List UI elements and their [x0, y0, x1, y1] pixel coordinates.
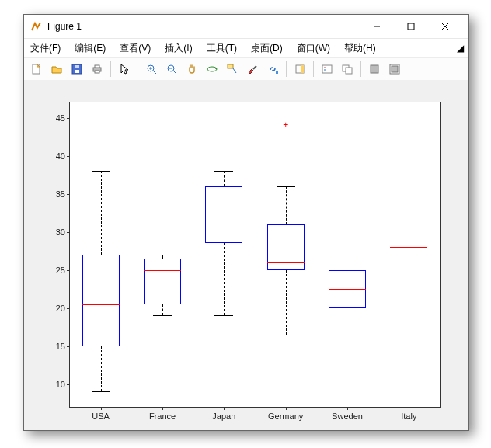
insert-colorbar-icon[interactable]: [291, 60, 309, 78]
menu-insert[interactable]: 插入(I): [163, 40, 193, 57]
toolbar-separator: [313, 61, 314, 77]
svg-rect-10: [95, 71, 99, 73]
menu-desktop[interactable]: 桌面(D): [249, 40, 284, 57]
rotate-3d-icon[interactable]: [203, 60, 221, 78]
svg-rect-1: [408, 23, 414, 30]
toolbar-separator: [110, 61, 111, 77]
pointer-icon[interactable]: [115, 60, 134, 78]
menu-view[interactable]: 查看(V): [118, 40, 152, 57]
close-button[interactable]: [428, 16, 462, 37]
menu-tools[interactable]: 工具(T): [205, 40, 239, 57]
box: [82, 255, 120, 346]
svg-line-2: [442, 23, 448, 30]
svg-rect-29: [346, 68, 352, 74]
svg-rect-25: [322, 65, 332, 73]
svg-rect-30: [371, 65, 378, 73]
brush-icon[interactable]: [243, 60, 262, 78]
svg-line-3: [442, 23, 448, 30]
whisker: [101, 346, 102, 392]
menu-edit[interactable]: 编辑(E): [73, 40, 107, 57]
whisker-cap: [214, 171, 233, 172]
whisker: [224, 243, 225, 315]
median-line: [267, 262, 305, 263]
whisker-cap: [214, 315, 233, 316]
whisker-cap: [153, 255, 172, 255]
menu-window[interactable]: 窗口(W): [295, 40, 332, 57]
data-cursor-icon[interactable]: [223, 60, 242, 78]
open-file-icon[interactable]: [47, 60, 66, 78]
median-line: [82, 304, 120, 305]
dock-menu-icon[interactable]: ◢: [457, 43, 464, 54]
svg-rect-19: [228, 64, 233, 68]
median-line: [205, 217, 242, 217]
figure-canvas[interactable]: 1015202530354045USAFranceJapanGermany+Sw…: [24, 80, 468, 430]
menu-file[interactable]: 文件(F): [29, 40, 62, 57]
whisker-cap: [153, 315, 172, 316]
toolbar: [24, 58, 468, 81]
new-axes-icon[interactable]: [338, 60, 357, 78]
svg-rect-7: [75, 65, 79, 68]
figure-window: Figure 1 文件(F) 编辑(E) 查看(V) 插入(I) 工具(T) 桌…: [23, 14, 469, 431]
show-plot-tools-icon[interactable]: [385, 60, 404, 78]
minimize-button[interactable]: [360, 16, 394, 37]
toolbar-separator: [138, 61, 138, 77]
svg-rect-9: [95, 65, 99, 68]
median-line: [329, 289, 366, 290]
hide-plot-tools-icon[interactable]: [365, 60, 384, 78]
link-plot-icon[interactable]: [263, 60, 282, 78]
svg-line-16: [173, 71, 176, 74]
whisker: [286, 270, 287, 335]
whisker-cap: [92, 391, 110, 392]
whisker: [101, 171, 102, 255]
box: [205, 186, 242, 244]
svg-line-20: [233, 68, 236, 73]
svg-rect-24: [301, 65, 304, 73]
svg-rect-22: [276, 71, 278, 74]
whisker-cap: [92, 171, 110, 172]
svg-line-12: [153, 71, 156, 74]
toolbar-separator: [360, 61, 361, 77]
outlier-marker: +: [283, 120, 288, 130]
matlab-figure-icon: [30, 20, 43, 33]
insert-legend-icon[interactable]: [318, 60, 336, 78]
toolbar-separator: [286, 61, 287, 77]
whisker-cap: [277, 335, 295, 335]
svg-rect-32: [392, 66, 398, 72]
whisker: [162, 304, 163, 316]
axes[interactable]: 1015202530354045USAFranceJapanGermany+Sw…: [69, 102, 441, 408]
print-icon[interactable]: [88, 60, 106, 78]
new-file-icon[interactable]: [27, 60, 46, 78]
pan-icon[interactable]: [183, 60, 201, 78]
zoom-out-icon[interactable]: [162, 60, 181, 78]
zoom-in-icon[interactable]: [142, 60, 161, 78]
maximize-button[interactable]: [394, 16, 428, 37]
whisker: [224, 171, 225, 186]
box: [144, 259, 181, 304]
window-title: Figure 1: [47, 21, 360, 32]
menu-bar: 文件(F) 编辑(E) 查看(V) 插入(I) 工具(T) 桌面(D) 窗口(W…: [24, 39, 468, 58]
svg-rect-6: [75, 70, 79, 73]
median-line: [144, 270, 181, 271]
median-line: [390, 247, 427, 248]
svg-line-21: [253, 66, 256, 69]
save-icon[interactable]: [68, 60, 86, 78]
menu-help[interactable]: 帮助(H): [343, 40, 378, 57]
whisker-cap: [277, 186, 295, 187]
whisker: [286, 186, 287, 224]
title-bar: Figure 1: [24, 15, 468, 39]
